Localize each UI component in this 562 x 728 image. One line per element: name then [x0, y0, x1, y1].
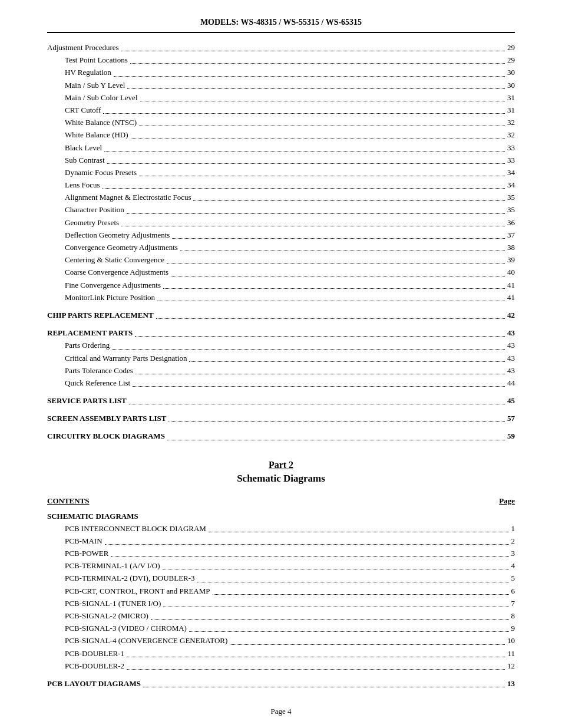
toc-dots — [140, 101, 505, 101]
toc-entry: CIRCUITRY BLOCK DIAGRAMS59 — [47, 431, 515, 442]
toc-entry-label: Sub Contrast — [47, 155, 105, 166]
page-label: Page — [499, 496, 515, 506]
toc-entry: Coarse Convergence Adjustments40 — [47, 267, 515, 278]
toc-dots — [127, 213, 505, 214]
toc-entry: Adjustment Procedures29 — [47, 42, 515, 53]
toc-dots — [156, 318, 505, 319]
schematic-item: PCB-DOUBLER-212 — [47, 661, 515, 671]
toc-entry-label: Dynamic Focus Presets — [47, 167, 137, 178]
chip-parts-section: CHIP PARTS REPLACEMENT42 — [47, 310, 515, 321]
toc-entry-label: Convergence Geometry Adjustments — [47, 242, 178, 253]
toc-bottom-section: CIRCUITRY BLOCK DIAGRAMS59 — [47, 431, 515, 442]
toc-dots — [139, 176, 505, 176]
toc-dots — [133, 386, 505, 387]
toc-entry-label: Quick Reference List — [47, 378, 130, 388]
toc-dots — [103, 188, 505, 189]
toc-dots — [167, 263, 505, 263]
schematic-item-label: PCB-SIGNAL-1 (TUNER I/O) — [47, 598, 161, 609]
toc-dots — [121, 51, 505, 51]
toc-dots — [230, 644, 505, 645]
schematic-item: PCB-TERMINAL-1 (A/V I/O)4 — [47, 561, 515, 571]
toc-entry-label: Main / Sub Y Level — [47, 80, 125, 91]
toc-entry-label: PCB LAYOUT DIAGRAMS — [47, 678, 141, 689]
toc-entry: Test Point Locations29 — [47, 55, 515, 65]
toc-entry: CRT Cutoff31 — [47, 105, 515, 116]
toc-entry-page: 33 — [507, 155, 515, 166]
toc-entry-label: Lens Focus — [47, 180, 100, 190]
toc-entry-page: 43 — [507, 340, 515, 351]
schematic-item-label: PCB-SIGNAL-3 (VIDEO / CHROMA) — [47, 623, 187, 634]
toc-dots — [131, 139, 505, 139]
schematic-item: PCB-SIGNAL-2 (MICRO)8 — [47, 611, 515, 621]
toc-entry: Convergence Geometry Adjustments38 — [47, 242, 515, 253]
header-title: MODELS: WS-48315 / WS-55315 / WS-65315 — [200, 18, 362, 27]
schematic-item-page: 1 — [511, 523, 515, 534]
toc-dots — [139, 126, 505, 126]
toc-entry: Fine Convergence Adjustments41 — [47, 280, 515, 291]
schematic-item-page: 5 — [511, 573, 515, 584]
footer-page: Page 4 — [270, 707, 291, 716]
toc-entry: Parts Ordering43 — [47, 340, 515, 351]
schematic-item: PCB-TERMINAL-2 (DVI), DOUBLER-35 — [47, 573, 515, 584]
toc-dots — [104, 151, 505, 151]
toc-dots — [189, 631, 509, 632]
schematic-item-page: 11 — [507, 648, 515, 659]
pcb-layout-entry: PCB LAYOUT DIAGRAMS13 — [47, 678, 515, 689]
schematic-item-label: PCB-MAIN — [47, 536, 103, 546]
toc-entry-label: SCREEN ASSEMBLY PARTS LIST — [47, 413, 166, 424]
toc-dots — [114, 76, 505, 77]
toc-part1: Adjustment Procedures29Test Point Locati… — [47, 42, 515, 303]
toc-entry: REPLACEMENT PARTS43 — [47, 328, 515, 338]
toc-entry: Quick Reference List44 — [47, 378, 515, 388]
toc-entry-page: 43 — [507, 365, 515, 376]
toc-entry-label: CRT Cutoff — [47, 105, 101, 116]
toc-entry-label: Test Point Locations — [47, 55, 128, 65]
toc-entry-page: 45 — [507, 396, 515, 406]
toc-entry-label: SERVICE PARTS LIST — [47, 396, 127, 406]
schematic-item: PCB-MAIN2 — [47, 536, 515, 546]
toc-entry-page: 57 — [507, 413, 515, 424]
toc-entry: HV Regulation30 — [47, 67, 515, 78]
toc-entry-page: 34 — [507, 167, 515, 178]
toc-entry-page: 35 — [507, 205, 515, 215]
part2-subtitle: Schematic Diagrams — [47, 473, 515, 485]
schematic-item-page: 12 — [507, 661, 515, 671]
toc-entry-page: 41 — [507, 292, 515, 303]
toc-entry-label: Centering & Static Convergence — [47, 255, 164, 265]
schematic-item: PCB-POWER3 — [47, 548, 515, 559]
toc-dots — [143, 687, 505, 687]
toc-dots — [163, 607, 508, 607]
toc-entry-label: CHIP PARTS REPLACEMENT — [47, 310, 154, 321]
toc-entry-label: HV Regulation — [47, 67, 111, 78]
toc-dots — [127, 657, 505, 657]
toc-entry: Parts Tolerance Codes43 — [47, 365, 515, 376]
toc-dots — [127, 669, 505, 670]
toc-dots — [112, 349, 505, 350]
toc-entry-label: Parts Tolerance Codes — [47, 365, 133, 376]
toc-entry-page: 43 — [507, 328, 515, 338]
toc-bottom-section: SCREEN ASSEMBLY PARTS LIST57 — [47, 413, 515, 424]
toc-dots — [163, 569, 509, 569]
schematic-item-page: 9 — [511, 623, 515, 634]
toc-dots — [130, 63, 505, 64]
toc-dots — [111, 556, 508, 557]
replacement-parts-section: REPLACEMENT PARTS43Parts Ordering43Criti… — [47, 328, 515, 388]
schematic-item: PCB-SIGNAL-4 (CONVERGENCE GENERATOR)10 — [47, 635, 515, 646]
toc-entry-label: Deflection Geometry Adjustments — [47, 230, 170, 241]
toc-entry-page: 29 — [507, 42, 515, 53]
toc-entry-label: REPLACEMENT PARTS — [47, 328, 133, 338]
schematic-item-label: PCB-TERMINAL-1 (A/V I/O) — [47, 561, 160, 571]
toc-entry: CHIP PARTS REPLACEMENT42 — [47, 310, 515, 321]
schematic-item: PCB-SIGNAL-3 (VIDEO / CHROMA)9 — [47, 623, 515, 634]
toc-dots — [157, 301, 505, 301]
schematic-item-label: PCB-TERMINAL-2 (DVI), DOUBLER-3 — [47, 573, 195, 584]
toc-entry-page: 37 — [507, 230, 515, 241]
toc-entry-page: 43 — [507, 353, 515, 364]
toc-entry-label: Charactrer Position — [47, 205, 124, 215]
toc-dots — [180, 251, 505, 251]
toc-entry-page: 34 — [507, 180, 515, 190]
toc-entry-page: 35 — [507, 192, 515, 203]
toc-entry: Alignment Magnet & Electrostatic Focus35 — [47, 192, 515, 203]
toc-entry-label: Alignment Magnet & Electrostatic Focus — [47, 192, 191, 203]
toc-dots — [172, 238, 505, 239]
